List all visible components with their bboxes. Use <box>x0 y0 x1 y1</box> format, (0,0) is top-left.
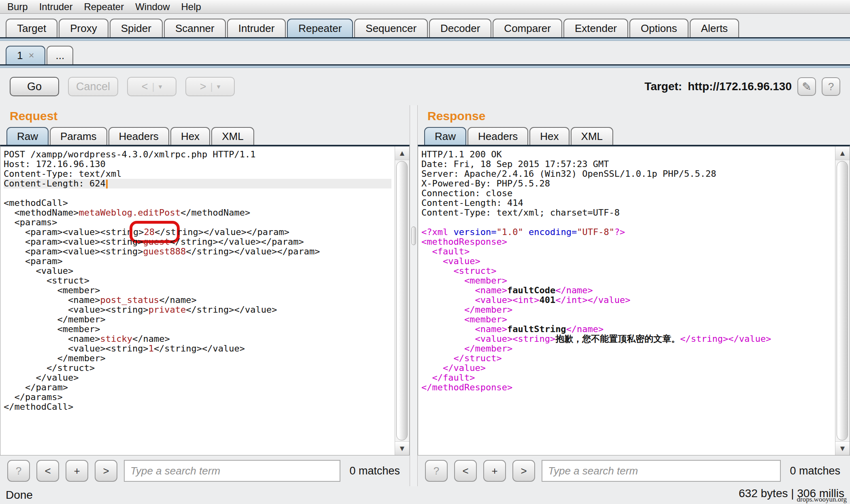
tab-proxy[interactable]: Proxy <box>59 19 108 37</box>
prev-arrow: < <box>142 80 148 93</box>
request-pane: Request RawParamsHeadersHexXML POST /xam… <box>0 105 410 486</box>
code-line: <param><value><string>28</string></value… <box>4 227 391 237</box>
chevron-down-icon: ▾ <box>159 83 162 91</box>
pencil-icon: ✎ <box>802 80 811 93</box>
main-tabs: TargetProxySpiderScannerIntruderRepeater… <box>0 14 850 37</box>
next-request-button[interactable]: > | ▾ <box>185 77 235 96</box>
scroll-thumb[interactable] <box>837 161 848 440</box>
tab-target[interactable]: Target <box>6 19 57 37</box>
go-button[interactable]: Go <box>10 77 59 96</box>
request-tab-hex[interactable]: Hex <box>170 127 210 145</box>
response-scrollbar[interactable]: ▲ ▼ <box>835 146 850 455</box>
response-tabs: RawHeadersHexXML <box>418 127 850 145</box>
tab-comparer[interactable]: Comparer <box>493 19 562 37</box>
response-tab-xml[interactable]: XML <box>571 127 613 145</box>
scroll-down-icon[interactable]: ▼ <box>395 441 409 455</box>
code-line: <member> <box>4 286 391 295</box>
code-line: </fault> <box>421 373 832 383</box>
response-tab-hex[interactable]: Hex <box>529 127 569 145</box>
subtab-1[interactable]: 1 × <box>6 46 45 64</box>
menu-item-repeater[interactable]: Repeater <box>84 1 124 13</box>
request-response-split: Request RawParamsHeadersHexXML POST /xam… <box>0 105 850 486</box>
subtab-close-icon[interactable]: × <box>28 50 34 61</box>
code-line: </value> <box>421 363 832 373</box>
request-scrollbar[interactable]: ▲ ▼ <box>395 146 409 455</box>
code-line: Content-Type: text/xml; charset=UTF-8 <box>421 208 832 218</box>
scroll-thumb[interactable] <box>396 161 408 440</box>
search-next-button[interactable]: > <box>95 460 117 482</box>
toolbar: Go Cancel < | ▾ > | ▾ Target: http://172… <box>0 68 850 105</box>
scroll-up-icon[interactable]: ▲ <box>395 146 409 160</box>
menu-item-intruder[interactable]: Intruder <box>39 1 73 13</box>
menu-item-burp[interactable]: Burp <box>7 1 28 13</box>
response-editor[interactable]: HTTP/1.1 200 OKDate: Fri, 18 Sep 2015 17… <box>418 145 850 455</box>
code-line: <member> <box>421 276 832 286</box>
request-tab-xml[interactable]: XML <box>211 127 254 145</box>
tab-extender[interactable]: Extender <box>563 19 628 37</box>
tab-options[interactable]: Options <box>629 19 688 37</box>
cancel-button[interactable]: Cancel <box>68 77 118 96</box>
code-line: <value><string>抱歉，您不能置顶私密的文章。</string></… <box>421 334 832 344</box>
text-cursor <box>106 180 108 188</box>
burp-repeater-window: BurpIntruderRepeaterWindowHelp TargetPro… <box>0 0 850 504</box>
button-separator: | <box>152 81 155 92</box>
target-box: Target: http://172.16.96.130 ✎ ? <box>644 77 840 96</box>
tab-spider[interactable]: Spider <box>110 19 163 37</box>
prev-request-button[interactable]: < | ▾ <box>127 77 176 96</box>
code-line: </methodResponse> <box>421 383 832 392</box>
code-line: POST /xampp/wordpress-4.3.0/xmlrpc.php H… <box>4 150 391 159</box>
scroll-down-icon[interactable]: ▼ <box>835 441 850 455</box>
request-tab-params[interactable]: Params <box>50 127 107 145</box>
code-line: </methodCall> <box>4 402 391 412</box>
response-tab-raw[interactable]: Raw <box>424 127 466 145</box>
tab-decoder[interactable]: Decoder <box>429 19 491 37</box>
pane-divider[interactable] <box>410 105 418 486</box>
question-icon: ? <box>828 80 834 93</box>
response-search-input[interactable] <box>542 460 781 482</box>
search-prev-button[interactable]: < <box>454 460 477 482</box>
request-tabs: RawParamsHeadersHexXML <box>0 127 410 145</box>
search-prev-button[interactable]: < <box>36 460 59 482</box>
search-help-button[interactable]: ? <box>7 460 30 482</box>
code-line: X-Powered-By: PHP/5.5.28 <box>421 179 832 188</box>
tab-sequencer[interactable]: Sequencer <box>354 19 428 37</box>
status-text: Done <box>6 489 33 502</box>
code-line: </struct> <box>4 363 391 373</box>
tab-repeater[interactable]: Repeater <box>287 19 353 37</box>
request-search-row: ? < + > 0 matches <box>0 455 410 486</box>
code-line: Content-Length: 624 <box>4 179 391 188</box>
response-title: Response <box>427 109 850 123</box>
target-label: Target: <box>644 80 682 93</box>
search-help-button[interactable]: ? <box>425 460 448 482</box>
code-line: HTTP/1.1 200 OK <box>421 150 832 159</box>
subtab-more[interactable]: ... <box>47 46 73 64</box>
response-tab-headers[interactable]: Headers <box>468 127 528 145</box>
request-editor[interactable]: POST /xampp/wordpress-4.3.0/xmlrpc.php H… <box>0 145 410 455</box>
menu-item-window[interactable]: Window <box>135 1 170 13</box>
tab-intruder[interactable]: Intruder <box>227 19 286 37</box>
subtab-band <box>0 64 850 68</box>
code-line: </member> <box>4 315 391 324</box>
edit-target-button[interactable]: ✎ <box>797 77 816 96</box>
button-separator: | <box>210 81 213 92</box>
search-add-button[interactable]: + <box>66 460 88 482</box>
request-tab-raw[interactable]: Raw <box>6 127 49 145</box>
code-line: <struct> <box>4 276 391 286</box>
code-line: <methodResponse> <box>421 237 832 247</box>
code-line: Content-Length: 414 <box>421 198 832 208</box>
request-tab-headers[interactable]: Headers <box>108 127 169 145</box>
divider-drag-handle[interactable] <box>412 227 416 245</box>
search-next-button[interactable]: > <box>512 460 535 482</box>
code-line: <value><string>private</string></value> <box>4 305 391 315</box>
chevron-down-icon: ▾ <box>217 83 221 91</box>
scroll-up-icon[interactable]: ▲ <box>835 146 850 160</box>
code-line: <name>sticky</name> <box>4 334 391 344</box>
search-add-button[interactable]: + <box>483 460 506 482</box>
menu-item-help[interactable]: Help <box>181 1 201 13</box>
statusbar: Done 632 bytes | 306 millis drops.wooyun… <box>0 486 850 504</box>
tab-alerts[interactable]: Alerts <box>690 19 739 37</box>
code-line <box>4 188 391 198</box>
request-search-input[interactable] <box>124 460 340 482</box>
tab-scanner[interactable]: Scanner <box>164 19 226 37</box>
help-button[interactable]: ? <box>822 77 840 96</box>
